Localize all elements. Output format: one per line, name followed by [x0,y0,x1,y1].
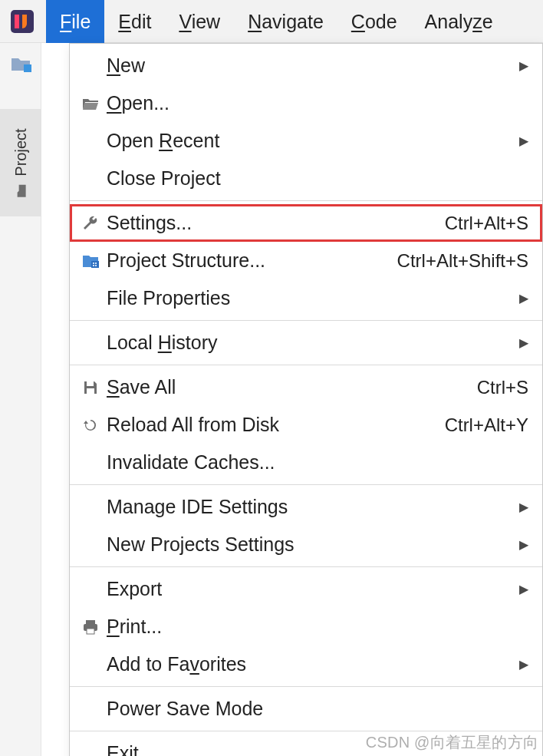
menu-item-label: Close Project [107,169,528,188]
blank-icon [79,742,102,757]
menu-item-invalidate-caches[interactable]: Invalidate Caches... [70,444,542,481]
menu-item-shortcut: Ctrl+S [477,378,528,397]
chevron-right-icon: ▶ [519,135,528,147]
menu-item-close-project[interactable]: Close Project [70,160,542,197]
menu-item-label: Add to Favorites [107,655,512,674]
wrench-icon [79,212,102,235]
menu-item-save-all[interactable]: Save AllCtrl+S [70,368,542,406]
menu-item-shortcut: Ctrl+Alt+Y [445,416,528,434]
svg-rect-5 [95,262,97,264]
chevron-right-icon: ▶ [519,337,528,349]
menu-separator [70,686,542,687]
menu-item-label: Open Recent [107,131,512,150]
menu-item-open[interactable]: Open... [70,84,542,122]
project-toolwindow-label: Project [12,128,30,176]
svg-rect-4 [93,262,94,264]
menu-code[interactable]: Code [337,0,411,43]
svg-rect-12 [87,629,94,634]
menu-item-label: Project Structure... [107,251,390,270]
reload-icon [79,414,102,437]
menu-item-label: New [107,56,512,75]
blank-icon [79,167,102,190]
chevron-right-icon: ▶ [519,539,528,551]
chevron-right-icon: ▶ [519,583,528,596]
menu-item-export[interactable]: Export▶ [70,570,542,608]
menu-item-label: New Projects Settings [107,535,512,554]
menu-item-label: Invalidate Caches... [107,453,528,472]
menu-separator [70,365,542,365]
menu-item-settings[interactable]: Settings...Ctrl+Alt+S [70,204,542,242]
menu-separator [70,731,542,731]
menu-item-label: Reload All from Disk [107,415,437,434]
editor-edge [41,43,69,196]
menu-item-project-structure[interactable]: Project Structure...Ctrl+Alt+Shift+S [70,242,542,279]
blank-icon [79,287,102,310]
chevron-right-icon: ▶ [519,501,528,513]
menu-navigate[interactable]: Navigate [234,0,337,43]
blank-icon [79,533,102,556]
blank-icon [79,496,102,519]
svg-rect-8 [87,381,94,386]
menu-item-label: Open... [107,94,528,113]
menu-item-power-save-mode[interactable]: Power Save Mode [70,690,542,728]
menu-item-add-to-favorites[interactable]: Add to Favorites▶ [70,645,542,683]
menu-item-reload-all-from-disk[interactable]: Reload All from DiskCtrl+Alt+Y [70,406,542,444]
folder-open-icon [79,92,102,115]
menu-item-shortcut: Ctrl+Alt+Shift+S [397,252,528,270]
blank-icon [79,578,102,601]
side-gutter: Project [0,43,41,756]
blank-icon [79,332,102,355]
blank-icon [79,653,102,676]
svg-rect-2 [24,64,31,72]
watermark-text: CSDN @向着五星的方向 [366,732,538,753]
menu-item-label: Print... [107,617,528,636]
svg-rect-7 [95,265,97,266]
svg-rect-3 [91,261,99,268]
menu-item-print[interactable]: Print... [70,608,542,645]
menu-bar: FileEditViewNavigateCodeAnalyze [0,0,543,43]
menu-item-file-properties[interactable]: File Properties▶ [70,279,542,317]
blank-icon [79,130,102,153]
menu-separator [70,200,542,201]
svg-rect-6 [93,265,94,266]
file-menu-dropdown: New▶Open...Open Recent▶Close ProjectSett… [69,43,543,756]
svg-rect-9 [87,388,94,394]
chevron-right-icon: ▶ [519,659,528,671]
print-icon [79,616,102,639]
chevron-right-icon: ▶ [519,292,528,305]
svg-rect-1 [15,15,19,28]
menu-file[interactable]: File [46,0,104,43]
menu-item-label: Export [107,579,512,599]
menu-analyze[interactable]: Analyze [411,0,507,43]
menu-item-label: Manage IDE Settings [107,497,512,517]
svg-rect-10 [86,620,95,624]
menu-item-shortcut: Ctrl+Alt+S [445,214,528,233]
app-logo [9,8,35,35]
blank-icon [79,451,102,474]
folder-icon [15,183,27,197]
menu-item-local-history[interactable]: Local History▶ [70,324,542,361]
chevron-right-icon: ▶ [519,60,528,72]
menu-item-open-recent[interactable]: Open Recent▶ [70,122,542,160]
menu-item-label: Save All [107,378,469,397]
menu-view[interactable]: View [165,0,234,43]
project-folder-glyph-icon [10,55,31,72]
menu-item-label: Settings... [107,213,437,233]
menu-separator [70,484,542,485]
menu-item-label: Power Save Mode [107,699,528,718]
menu-item-new-projects-settings[interactable]: New Projects Settings▶ [70,526,542,563]
blank-icon [79,698,102,721]
menu-edit[interactable]: Edit [104,0,165,43]
menu-item-new[interactable]: New▶ [70,47,542,84]
menu-item-label: File Properties [107,289,512,308]
menu-separator [70,320,542,321]
menu-item-label: Local History [107,333,512,352]
save-icon [79,376,102,399]
project-toolwindow-tab[interactable]: Project [0,109,41,216]
menu-separator [70,566,542,567]
blank-icon [79,54,102,78]
menu-item-manage-ide-settings[interactable]: Manage IDE Settings▶ [70,488,542,526]
project-struct-icon [79,249,102,272]
